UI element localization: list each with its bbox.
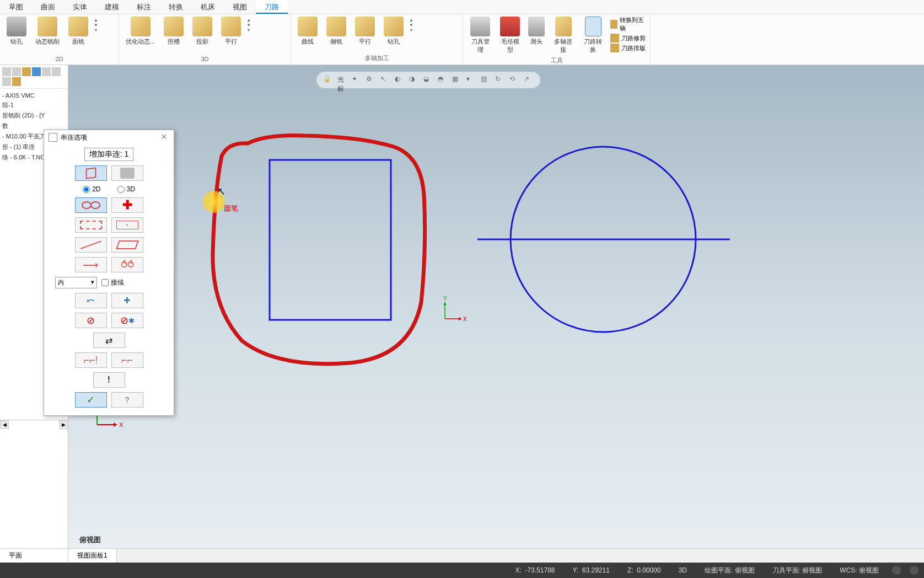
ribbon-curve[interactable]: 曲线 bbox=[293, 15, 322, 47]
ribbon-to-5axis[interactable]: 转换到五轴 bbox=[608, 15, 648, 33]
polygon-button[interactable] bbox=[111, 237, 143, 253]
float-tool-7[interactable]: ◑ bbox=[409, 75, 419, 85]
tree-item[interactable]: 组-1 bbox=[2, 100, 66, 110]
float-gear-icon[interactable]: ⚙ bbox=[366, 75, 376, 85]
status-3d-mode[interactable]: 3D bbox=[674, 566, 691, 574]
ribbon-path-nest[interactable]: 刀路排版 bbox=[608, 43, 648, 53]
scroll-left[interactable]: ◀ bbox=[0, 420, 9, 429]
float-tool-14[interactable]: ⟲ bbox=[509, 75, 519, 85]
status-globe-icon-2[interactable] bbox=[910, 566, 918, 575]
ribbon-multi-more[interactable]: ▾ bbox=[408, 28, 415, 33]
ribbon-drill-2d[interactable]: 钻孔 bbox=[2, 15, 31, 47]
ribbon-tool-mgr[interactable]: 刀具管理 bbox=[465, 15, 495, 55]
status-wcs[interactable]: WCS: 俯视图 bbox=[835, 566, 883, 575]
tree-tool-2[interactable] bbox=[12, 67, 21, 76]
chain-button[interactable] bbox=[75, 197, 107, 213]
line-button[interactable] bbox=[75, 237, 107, 253]
ribbon-multi-up[interactable]: ▲ bbox=[408, 18, 415, 23]
help-button[interactable]: ? bbox=[111, 392, 143, 408]
ribbon-dynamic-mill[interactable]: 动态铣削 bbox=[31, 15, 64, 47]
window-button[interactable] bbox=[75, 217, 107, 233]
float-tool-5[interactable]: ↖ bbox=[380, 75, 390, 85]
ribbon-opt-dynamic[interactable]: 优化动态... bbox=[121, 15, 159, 47]
add-button[interactable]: ✚ bbox=[111, 197, 143, 213]
ribbon-parallel-3d[interactable]: 平行 bbox=[217, 15, 245, 47]
menu-tab-transform[interactable]: 转换 bbox=[160, 0, 192, 14]
menu-tab-annotate[interactable]: 标注 bbox=[128, 0, 160, 14]
ribbon-path-trim[interactable]: 刀路修剪 bbox=[608, 33, 648, 43]
solid-mode-button[interactable] bbox=[111, 165, 143, 181]
ribbon-3d-down[interactable]: ▼ bbox=[245, 23, 252, 28]
ok-button[interactable]: ✓ bbox=[75, 392, 107, 408]
menu-tab-solid[interactable]: 实体 bbox=[64, 0, 96, 14]
blue-rectangle[interactable] bbox=[270, 160, 391, 320]
tree-tool-7[interactable] bbox=[2, 77, 11, 86]
ribbon-3d-up[interactable]: ▲ bbox=[245, 18, 252, 23]
ribbon-2d-up[interactable]: ▲ bbox=[93, 18, 99, 23]
ribbon-pocket[interactable]: 挖槽 bbox=[159, 15, 188, 47]
float-tool-8[interactable]: ◒ bbox=[423, 75, 433, 85]
partial-button[interactable]: ⥀⥀ bbox=[111, 257, 143, 272]
ribbon-probe[interactable]: 测头 bbox=[525, 15, 548, 47]
tree-scrollbar[interactable]: ◀ ▶ bbox=[0, 420, 68, 429]
tree-item[interactable]: - AXIS VMC bbox=[2, 91, 66, 100]
reverse-button[interactable]: ⇄ bbox=[93, 333, 125, 348]
menu-tab-view[interactable]: 视图 bbox=[224, 0, 256, 14]
float-tool-9[interactable]: ◓ bbox=[438, 75, 448, 85]
unselect-button[interactable]: ⊘ bbox=[75, 313, 107, 328]
ribbon-project[interactable]: 投影 bbox=[188, 15, 217, 47]
tree-tool-8[interactable] bbox=[12, 77, 21, 86]
dialog-close-button[interactable]: ✕ bbox=[159, 132, 169, 142]
ribbon-path-convert[interactable]: 刀路转换 bbox=[578, 15, 608, 55]
unselect-all-button[interactable]: ⊘✱ bbox=[111, 313, 143, 328]
tree-tool-6[interactable] bbox=[52, 67, 61, 76]
tree-tool-4[interactable] bbox=[32, 67, 41, 76]
float-tool-11[interactable]: ▾ bbox=[466, 75, 476, 85]
float-cursor-icon[interactable]: 光标 bbox=[337, 75, 347, 85]
bottom-tab-viewpanel[interactable]: 视图面板1 bbox=[68, 549, 117, 563]
float-tool-3[interactable]: ✦ bbox=[352, 75, 362, 85]
status-tool-plane[interactable]: 刀具平面: 俯视图 bbox=[768, 566, 827, 575]
tree-tool-5[interactable] bbox=[42, 67, 51, 76]
float-tool-13[interactable]: ↻ bbox=[495, 75, 505, 85]
menu-tab-model[interactable]: 建模 bbox=[96, 0, 128, 14]
options-button[interactable]: ! bbox=[93, 372, 125, 388]
float-tool-15[interactable]: ↗ bbox=[524, 75, 534, 85]
ribbon-3d-more[interactable]: ▾ bbox=[245, 28, 252, 33]
wireframe-mode-button[interactable] bbox=[75, 165, 107, 181]
ribbon-stock[interactable]: 毛坯模型 bbox=[495, 15, 525, 55]
status-drawing-plane[interactable]: 绘图平面: 俯视图 bbox=[700, 566, 759, 575]
status-globe-icon[interactable] bbox=[892, 566, 901, 575]
scroll-right[interactable]: ▶ bbox=[59, 420, 68, 429]
bottom-tab-plane[interactable]: 平面 bbox=[0, 549, 68, 563]
tree-item[interactable]: 形铣削 (2D) - [Y bbox=[2, 110, 66, 121]
add-chain-button[interactable]: + bbox=[111, 293, 143, 308]
radio-2d[interactable]: 2D bbox=[83, 185, 100, 193]
float-tool-6[interactable]: ◐ bbox=[395, 75, 405, 85]
tree-tool-1[interactable] bbox=[2, 67, 11, 76]
ribbon-face-mill[interactable]: 面铣 bbox=[64, 15, 93, 47]
point-button[interactable]: + bbox=[111, 217, 143, 233]
radio-3d[interactable]: 3D bbox=[117, 185, 135, 193]
tree-tool-3[interactable] bbox=[22, 67, 31, 76]
analyze-left-button[interactable]: ⌐⌐! bbox=[75, 352, 107, 368]
menu-tab-machine[interactable]: 机床 bbox=[192, 0, 224, 14]
canvas-viewport[interactable]: 🔒 光标 ✦ ⚙ ↖ ◐ ◑ ◒ ◓ ▦ ▾ ▨ ↻ ⟲ ↗ bbox=[68, 65, 924, 548]
ribbon-multi-down[interactable]: ▼ bbox=[408, 23, 415, 28]
ribbon-multi-link[interactable]: 多轴连接 bbox=[549, 15, 578, 55]
ribbon-2d-down[interactable]: ▼ bbox=[93, 23, 99, 28]
float-tool-10[interactable]: ▦ bbox=[452, 75, 462, 85]
vector-button[interactable]: ⟶ bbox=[75, 257, 107, 272]
continue-checkbox[interactable]: 接续 bbox=[101, 278, 124, 287]
inside-select[interactable]: 内▾ bbox=[55, 277, 97, 288]
analyze-right-button[interactable]: ⌐⌐ bbox=[111, 352, 143, 368]
menu-tab-sketch[interactable]: 草图 bbox=[0, 0, 32, 14]
ribbon-side-mill[interactable]: 侧铣 bbox=[322, 15, 351, 47]
ribbon-drill-multi[interactable]: 钻孔 bbox=[379, 15, 408, 47]
menu-tab-toolpath[interactable]: 刀路 bbox=[256, 0, 288, 14]
ribbon-2d-more[interactable]: ▾ bbox=[93, 28, 99, 33]
ribbon-parallel-multi[interactable]: 平行 bbox=[351, 15, 379, 47]
undo-button[interactable]: ⤺ bbox=[75, 293, 107, 308]
float-tool-12[interactable]: ▨ bbox=[481, 75, 491, 85]
float-lock-icon[interactable]: 🔒 bbox=[323, 75, 333, 85]
